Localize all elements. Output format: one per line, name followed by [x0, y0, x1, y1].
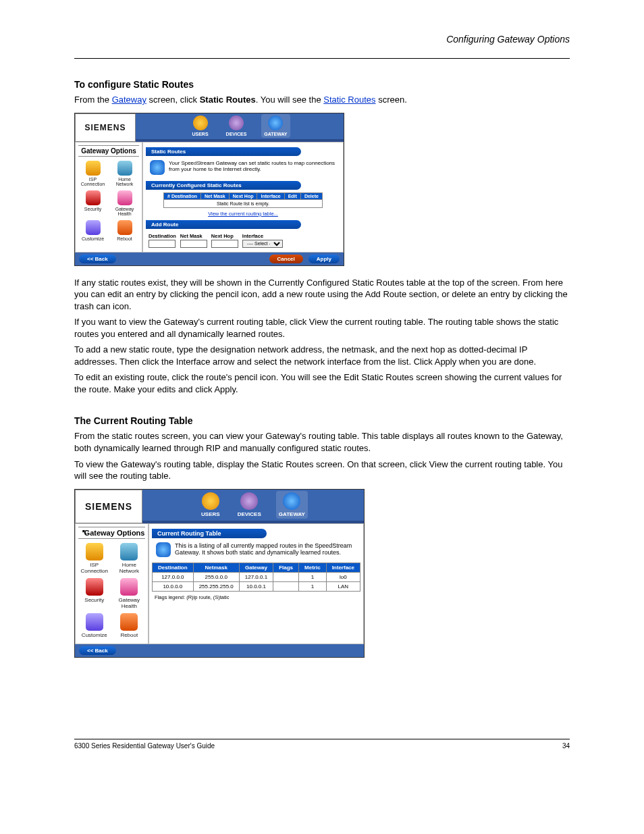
- routing-desc: This is a listing of all currently mappe…: [175, 542, 356, 557]
- security-icon: [86, 190, 101, 205]
- add-route-form: Destination Net Mask Next Hop Interface-…: [146, 232, 340, 249]
- isp-icon: [86, 543, 103, 561]
- reboot-icon: [120, 613, 138, 631]
- devices-icon: [229, 115, 244, 130]
- page-header-right: Configuring Gateway Options: [74, 34, 570, 45]
- tab-users[interactable]: USERS: [198, 491, 223, 519]
- page-number: 34: [562, 742, 570, 750]
- health-icon: [120, 578, 138, 596]
- static-routes-intro: From the Gateway screen, click Static Ro…: [74, 94, 570, 106]
- tab-users[interactable]: USERS: [189, 114, 211, 138]
- sidebar-item-health[interactable]: Gateway Health: [113, 578, 146, 609]
- sidebar-item-customize[interactable]: Customize: [78, 220, 107, 241]
- static-routes-para-2: If you want to view the Gateway's curren…: [74, 316, 570, 340]
- reboot-icon: [117, 220, 132, 235]
- users-icon: [193, 115, 208, 130]
- sidebar-item-reboot[interactable]: Reboot: [113, 613, 146, 638]
- back-button[interactable]: << Back: [79, 255, 116, 263]
- sidebar-item-health[interactable]: Gateway Health: [110, 190, 139, 216]
- sidebar-title: Gateway Options: [78, 145, 139, 157]
- home-icon: [120, 543, 138, 561]
- tab-gateway[interactable]: GATEWAY: [276, 491, 308, 519]
- users-icon: [202, 492, 219, 510]
- apply-button[interactable]: Apply: [308, 255, 340, 263]
- tab-gateway[interactable]: GATEWAY: [261, 114, 290, 138]
- pill-add-route: Add Route: [146, 220, 301, 229]
- header-rule: [74, 58, 570, 59]
- view-routing-table-link[interactable]: View the current routing table...: [208, 211, 278, 217]
- sidebar-item-security[interactable]: Security: [78, 190, 107, 216]
- static-routes-link[interactable]: Static Routes: [323, 95, 375, 105]
- static-routes-desc: Your SpeedStream Gateway can set static …: [169, 160, 336, 173]
- customize-icon: [86, 220, 101, 235]
- tab-devices[interactable]: DEVICES: [235, 491, 264, 519]
- sidebar-item-security[interactable]: Security: [78, 578, 111, 609]
- isp-icon: [86, 161, 101, 176]
- gateway-icon: [268, 115, 283, 130]
- customize-icon: [86, 613, 103, 631]
- section-title-static-routes: To configure Static Routes: [74, 79, 570, 90]
- sidebar-item-home[interactable]: Home Network: [113, 543, 146, 574]
- sidebar-item-reboot[interactable]: Reboot: [110, 220, 139, 241]
- routing-desc-icon: [156, 542, 171, 557]
- pill-current-configured: Currently Configured Static Routes: [146, 181, 301, 190]
- figure-routing-table: SIEMENS USERS DEVICES GATEWAY: [74, 489, 570, 658]
- routing-table-para-2: To view the Gateway's routing table, dis…: [74, 459, 570, 482]
- table-row: 10.0.0.0 255.255.255.0 10.0.0.1 1 LAN: [153, 581, 360, 591]
- health-icon: [117, 190, 132, 205]
- pill-current-routing: Current Routing Table: [152, 529, 267, 538]
- routing-table: Destination Netmask Gateway Flags Metric…: [152, 563, 360, 592]
- tab-devices[interactable]: DEVICES: [223, 114, 250, 138]
- brand-logo: SIEMENS: [75, 113, 136, 142]
- gateway-icon: [283, 492, 300, 510]
- cursor-icon: ↖: [82, 528, 87, 536]
- routing-table-para-1: From the static routes screen, you can v…: [74, 430, 570, 454]
- interface-select[interactable]: ---- Select ----: [242, 240, 283, 248]
- table-row: 127.0.0.0 255.0.0.0 127.0.0.1 1 lo0: [153, 572, 360, 581]
- sidebar-item-customize[interactable]: Customize: [78, 613, 111, 638]
- flags-legend: Flags legend: (R)ip route, (S)tatic: [152, 593, 360, 602]
- netmask-input[interactable]: [180, 240, 207, 248]
- home-icon: [117, 161, 132, 176]
- cancel-button[interactable]: Cancel: [269, 255, 303, 263]
- sidebar-title: ↖Gateway Options: [78, 527, 145, 539]
- destination-input[interactable]: [149, 240, 176, 248]
- static-routes-para-1: If any static routes exist, they will be…: [74, 277, 570, 313]
- empty-route-msg: Static Route list is empty.: [164, 199, 323, 207]
- devices-icon: [240, 492, 258, 510]
- pill-static-routes: Static Routes: [146, 147, 301, 156]
- static-routes-para-4: To edit an existing route, click the rou…: [74, 371, 570, 395]
- footer-rule: [74, 739, 570, 739]
- configured-routes-table: # Destination Net Mask Next Hop Interfac…: [163, 192, 323, 208]
- static-routes-para-3: To add a new static route, type the desi…: [74, 344, 570, 367]
- footer-doc-title: 6300 Series Residential Gateway User's G…: [74, 742, 215, 750]
- nexthop-input[interactable]: [211, 240, 238, 248]
- sidebar-item-isp[interactable]: ISP Connection: [78, 161, 107, 186]
- gateway-link[interactable]: Gateway: [112, 95, 146, 105]
- sidebar-item-isp[interactable]: ISP Connection: [78, 543, 111, 574]
- back-button[interactable]: << Back: [79, 646, 116, 655]
- section-title-routing-table: The Current Routing Table: [74, 415, 570, 426]
- figure-static-routes: SIEMENS USERS DEVICES GATEWAY: [74, 113, 570, 266]
- security-icon: [86, 578, 103, 596]
- brand-logo: SIEMENS: [75, 490, 142, 523]
- static-routes-desc-icon: [150, 160, 165, 175]
- sidebar-item-home[interactable]: Home Network: [110, 161, 139, 186]
